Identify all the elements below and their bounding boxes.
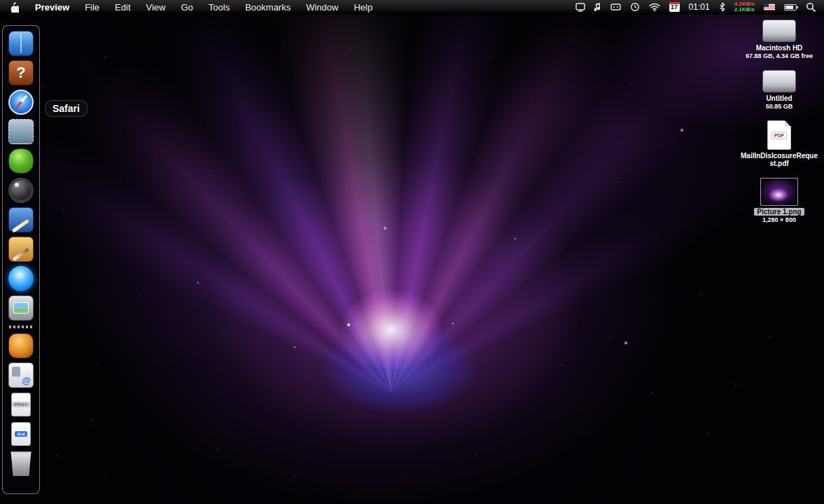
network-speed-indicator[interactable]: 4.2KB/s 2.1KB/s [734,1,755,13]
apple-icon [10,2,19,13]
icon-label: MailInDisIcosureRequest.pdf [740,152,818,167]
menu-edit[interactable]: Edit [107,0,138,14]
aid-document-label: Aid [15,431,27,437]
dock-item-lens-app[interactable] [7,177,35,204]
camera-lens-icon [8,178,34,203]
sync-menu-icon[interactable] [575,3,585,12]
menu-go[interactable]: Go [173,0,200,14]
menu-file[interactable]: File [77,0,107,14]
dock-item-green-app[interactable] [7,148,35,174]
aid-document-icon: Aid [11,422,31,446]
wallpaper-blue-core [0,0,824,504]
trash-icon [8,451,34,476]
icon-info: 50.85 GB [766,103,793,110]
wallpaper-purple-wash [0,0,824,504]
dock-item-address-book[interactable]: @ [7,362,35,388]
menu-window[interactable]: Window [298,0,346,14]
apple-menu[interactable] [0,0,27,14]
photo-app-icon [8,295,34,321]
orange-character-icon [8,333,34,358]
finder-icon [8,31,34,56]
blue-orb-app-icon [8,266,34,291]
icon-label-selected: Picture 1.png [754,208,804,216]
desktop-icon-pdf-file[interactable]: PDF MailInDisIcosureRequest.pdf [739,120,820,167]
bluetooth-menu-icon[interactable] [719,2,725,12]
download-speed: 2.1KB/s [734,7,755,13]
spotlight-search-icon[interactable] [806,2,816,12]
dock-item-mail[interactable] [7,118,35,145]
green-app-icon [8,148,34,174]
dock-item-blue-orb-app[interactable] [7,265,35,292]
question-mark-icon: ? [8,60,34,85]
desktop-icon-macintosh-hd[interactable]: Macintosh HD 97.88 GB, 4.34 GB free [739,20,820,59]
menu-tools[interactable]: Tools [201,0,237,14]
dock-item-photo-app[interactable] [7,295,35,321]
battery-icon[interactable] [784,4,797,10]
icon-label: Macintosh HD [756,44,803,52]
orange-pencil-app-icon [8,237,34,262]
menu-clock[interactable]: 01:01 [689,2,710,12]
pdf-badge: PDF [771,132,787,139]
hard-drive-icon [762,20,796,42]
time-machine-menu-icon[interactable] [630,2,640,12]
dock-item-prov-document[interactable]: PROV [7,391,35,418]
prov-document-label: PROV [12,402,29,407]
pdf-file-icon: PDF [767,120,791,150]
dock: ? @ PROV Aid [2,25,40,494]
icon-label: Untitled [766,94,792,102]
image-thumbnail-icon [760,178,798,206]
dock-item-orange-pencil-app[interactable] [7,236,35,262]
menu-bookmarks[interactable]: Bookmarks [237,0,298,14]
active-app-menu[interactable]: Preview [27,2,77,13]
wifi-menu-icon[interactable] [649,3,660,11]
mail-stamp-icon [8,119,34,144]
menu-view[interactable]: View [139,0,174,14]
blue-pencil-app-icon [8,207,34,232]
device-menu-icon[interactable] [610,3,621,11]
desktop-icon-column: Macintosh HD 97.88 GB, 4.34 GB free Unti… [739,20,820,223]
dock-item-trash[interactable] [7,450,35,477]
wallpaper-glow [0,0,824,504]
hard-drive-icon [762,70,796,92]
safari-compass-icon [8,90,34,115]
dock-tooltip: Safari [45,100,88,117]
dock-item-question-app[interactable]: ? [7,59,35,86]
dock-item-finder[interactable] [7,30,35,57]
address-book-icon: @ [8,363,34,388]
calendar-menu-icon[interactable]: 17 [669,2,680,12]
wallpaper-aurora-rays [0,0,824,504]
icon-info: 97.88 GB, 4.34 GB free [746,52,813,59]
desktop-screen: Preview File Edit View Go Tools Bookmark… [0,0,824,504]
itunes-menu-icon[interactable] [594,2,601,12]
dock-item-orange-character-app[interactable] [7,332,35,359]
desktop-icon-untitled-drive[interactable]: Untitled 50.85 GB [739,70,820,110]
wallpaper-vignette [0,0,824,504]
wallpaper-bright-core [0,0,824,504]
dock-item-safari[interactable] [7,89,35,115]
dock-separator [9,326,33,328]
desktop-icon-picture-file[interactable]: Picture 1.png 1,280 × 800 [739,178,820,223]
dock-item-blue-pencil-app[interactable] [7,206,35,233]
icon-info: 1,280 × 800 [762,216,796,223]
dock-item-aid-document[interactable]: Aid [7,421,35,447]
input-language-flag-icon[interactable] [764,4,775,10]
menu-help[interactable]: Help [346,0,380,14]
prov-document-icon: PROV [11,393,31,416]
menu-bar: Preview File Edit View Go Tools Bookmark… [0,0,824,15]
